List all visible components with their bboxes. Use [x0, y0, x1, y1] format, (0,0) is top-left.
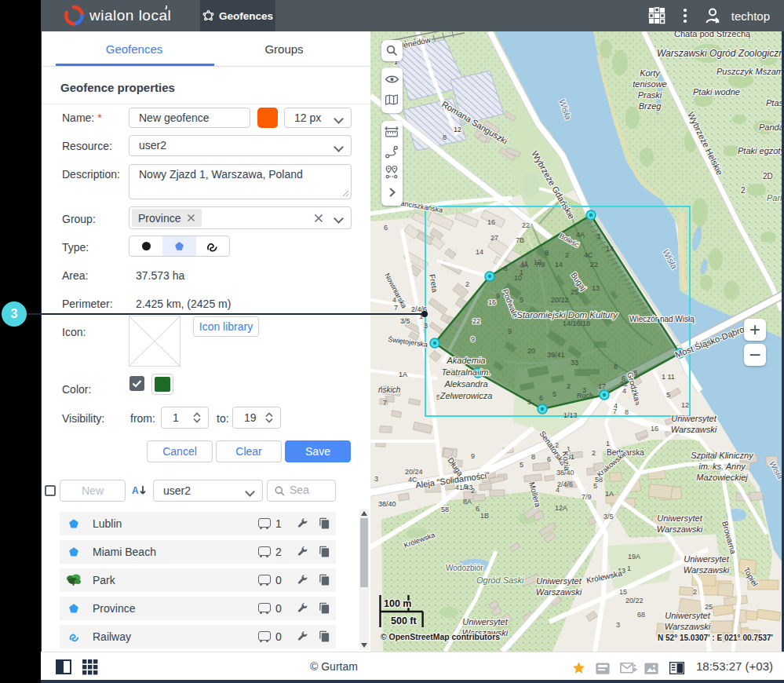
- svg-text:3: 3: [616, 621, 620, 629]
- svg-text:8: 8: [545, 249, 549, 257]
- svg-text:Aleksandra: Aleksandra: [443, 379, 487, 389]
- svg-text:33: 33: [571, 359, 578, 367]
- svg-text:9: 9: [471, 452, 475, 460]
- svg-text:7: 7: [394, 304, 398, 312]
- svg-text:2/4/6: 2/4/6: [557, 480, 573, 488]
- svg-text:Puszczyk Mszamy: Puszczyk Mszamy: [717, 67, 782, 76]
- svg-text:27: 27: [490, 234, 498, 242]
- svg-text:Zelwerowicza: Zelwerowicza: [439, 391, 493, 400]
- svg-text:5: 5: [520, 461, 523, 469]
- svg-text:Chata pod Strzechą: Chata pod Strzechą: [674, 31, 751, 38]
- svg-text:12: 12: [681, 401, 689, 409]
- svg-text:Ogród Saski: Ogród Saski: [476, 575, 524, 585]
- svg-text:Uniwersytet: Uniwersytet: [671, 414, 717, 423]
- svg-text:Korty: Korty: [640, 68, 661, 78]
- svg-text:8A: 8A: [463, 498, 472, 506]
- svg-text:7/9: 7/9: [582, 493, 592, 501]
- svg-text:Brzeg: Brzeg: [639, 101, 662, 111]
- svg-text:ńskich: ńskich: [378, 385, 401, 394]
- svg-text:20/22: 20/22: [625, 597, 644, 604]
- svg-text:14: 14: [555, 261, 563, 268]
- svg-text:Staromiejski Dom Kultury: Staromiejski Dom Kultury: [516, 310, 618, 320]
- svg-text:8: 8: [504, 265, 508, 272]
- svg-text:Uniwersytet: Uniwersytet: [536, 576, 582, 586]
- svg-text:500 ft: 500 ft: [391, 615, 417, 626]
- svg-text:19A: 19A: [628, 553, 640, 561]
- svg-text:3: 3: [596, 232, 600, 240]
- svg-text:68: 68: [637, 611, 645, 619]
- svg-text:Wieczór nad Wisłą: Wieczór nad Wisłą: [629, 315, 695, 323]
- svg-text:16: 16: [651, 425, 658, 433]
- svg-text:8: 8: [614, 363, 618, 371]
- svg-text:Panda m: Panda m: [759, 122, 782, 132]
- svg-text:9: 9: [496, 292, 500, 300]
- svg-text:1: 1: [606, 440, 610, 447]
- svg-text:5: 5: [552, 390, 556, 398]
- svg-text:tenisowe: tenisowe: [633, 79, 666, 89]
- svg-text:22: 22: [522, 221, 530, 229]
- svg-text:Teatralna im.: Teatralna im.: [441, 367, 490, 377]
- svg-text:25: 25: [571, 288, 578, 296]
- svg-text:22: 22: [472, 317, 480, 325]
- svg-text:Wodozbiór: Wodozbiór: [446, 564, 483, 572]
- svg-text:2: 2: [471, 487, 475, 495]
- svg-text:58: 58: [441, 506, 449, 513]
- svg-text:8: 8: [625, 408, 629, 416]
- svg-text:6: 6: [547, 455, 551, 463]
- svg-text:14: 14: [476, 248, 483, 256]
- svg-text:22: 22: [590, 261, 598, 268]
- svg-text:7/9: 7/9: [535, 261, 545, 268]
- svg-text:Ptaki wodne: Ptaki wodne: [693, 87, 740, 97]
- svg-text:8: 8: [443, 133, 447, 141]
- svg-text:5: 5: [520, 296, 523, 304]
- svg-text:39/41: 39/41: [547, 351, 565, 359]
- svg-text:17: 17: [598, 382, 606, 390]
- svg-text:3/5: 3/5: [603, 513, 614, 520]
- svg-text:16: 16: [488, 298, 496, 306]
- svg-text:9: 9: [508, 327, 512, 335]
- svg-text:3: 3: [424, 322, 428, 330]
- svg-text:9: 9: [471, 335, 475, 343]
- svg-text:12: 12: [454, 126, 461, 133]
- svg-text:2: 2: [592, 449, 596, 457]
- svg-text:Kozia: Kozia: [561, 451, 571, 471]
- svg-text:13: 13: [592, 284, 600, 292]
- svg-text:6: 6: [539, 394, 543, 402]
- svg-text:Warszawski: Warszawski: [671, 425, 717, 434]
- svg-text:Warszawski: Warszawski: [657, 524, 703, 534]
- svg-text:Park: Park: [767, 193, 782, 203]
- svg-text:2: 2: [693, 588, 697, 596]
- svg-text:4: 4: [622, 387, 626, 395]
- svg-text:6: 6: [622, 374, 625, 382]
- svg-text:Warszawski: Warszawski: [536, 587, 582, 597]
- svg-text:2D: 2D: [763, 172, 773, 181]
- svg-text:Warszawski Ogród Zoologiczny: Warszawski Ogród Zoologiczny: [657, 48, 782, 59]
- svg-text:Warszawski: Warszawski: [665, 622, 711, 631]
- svg-text:5: 5: [527, 398, 531, 406]
- svg-text:Ptaki egzotycz: Ptaki egzotycz: [738, 146, 782, 155]
- svg-text:3/5: 3/5: [400, 317, 410, 325]
- svg-text:20/22: 20/22: [551, 296, 569, 304]
- svg-text:14: 14: [606, 245, 614, 253]
- svg-text:7B: 7B: [516, 236, 524, 244]
- svg-text:Szpital Kliniczny: Szpital Kliniczny: [691, 451, 754, 460]
- svg-text:2: 2: [741, 186, 746, 195]
- svg-text:6: 6: [476, 505, 480, 513]
- svg-text:4C: 4C: [584, 251, 593, 259]
- svg-text:Uniwersytet: Uniwersytet: [657, 513, 702, 523]
- svg-text:Uniwersytet: Uniwersytet: [665, 611, 710, 620]
- svg-text:5: 5: [666, 391, 670, 399]
- svg-text:im. ks. Anny: im. ks. Anny: [698, 462, 746, 471]
- svg-text:1: 1: [520, 268, 523, 276]
- svg-text:4: 4: [614, 402, 618, 410]
- svg-text:Warszawski: Warszawski: [684, 565, 730, 575]
- svg-text:2: 2: [465, 280, 469, 288]
- svg-text:1 11: 1 11: [662, 373, 675, 381]
- svg-text:5: 5: [464, 483, 468, 491]
- svg-text:4A: 4A: [576, 231, 585, 239]
- svg-text:20: 20: [527, 347, 535, 355]
- svg-text:100 m: 100 m: [384, 598, 411, 609]
- svg-text:1/13: 1/13: [563, 411, 578, 419]
- svg-text:© OpenStreetMap contributors: © OpenStreetMap contributors: [381, 632, 500, 641]
- svg-text:12A: 12A: [555, 504, 567, 512]
